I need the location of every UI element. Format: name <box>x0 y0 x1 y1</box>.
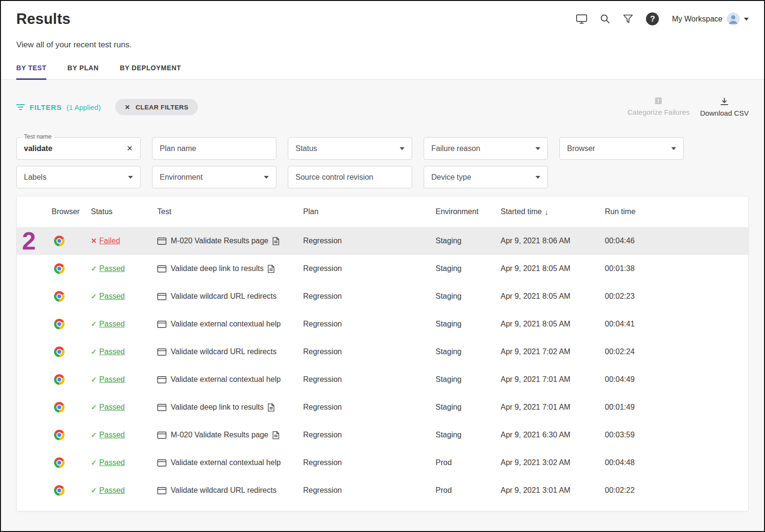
results-content: FILTERS (1 Applied) ✕ CLEAR FILTERS Cate… <box>1 80 764 531</box>
environment-cell: Staging <box>436 403 501 412</box>
browser-window-icon <box>157 321 166 328</box>
environment-filter[interactable]: Environment <box>152 166 276 188</box>
run-time-cell: 00:02:22 <box>605 486 748 495</box>
document-icon[interactable] <box>268 403 274 412</box>
column-header-status: Status <box>91 207 157 216</box>
table-row[interactable]: ✓ Passed Validate external contextual he… <box>17 310 748 338</box>
plan-cell: Regression <box>303 431 436 439</box>
test-name: Validate deep link to results <box>171 264 263 273</box>
table-row[interactable]: ✓ Passed Validate external contextual he… <box>17 449 748 477</box>
workspace-menu[interactable]: My Workspace <box>672 12 749 25</box>
device-type-filter[interactable]: Device type <box>424 166 548 188</box>
status-link[interactable]: Failed <box>99 237 120 245</box>
clear-filters-button[interactable]: ✕ CLEAR FILTERS <box>115 99 198 115</box>
close-icon: ✕ <box>125 103 131 111</box>
status-link[interactable]: Passed <box>99 403 125 412</box>
test-name: Validate external contextual help <box>171 458 281 467</box>
started-time-cell: Apr 9, 2021 7:02 AM <box>501 347 605 356</box>
chevron-down-icon <box>536 147 540 150</box>
document-icon[interactable] <box>273 431 279 439</box>
started-time-label: Started time <box>501 207 542 216</box>
download-csv-button[interactable]: Download CSV <box>700 97 749 117</box>
test-name: Validate deep link to results <box>171 403 263 412</box>
test-cell[interactable]: Validate external contextual help <box>157 458 303 467</box>
status-filter[interactable]: Status <box>288 137 412 160</box>
status-link[interactable]: Passed <box>99 292 125 301</box>
browser-cell <box>52 430 91 440</box>
browser-cell <box>52 485 91 496</box>
table-row[interactable]: ✓ Passed Validate wildcard URL redirects… <box>17 282 748 310</box>
status-cell: ✓ Passed <box>91 458 157 467</box>
avatar <box>727 12 740 25</box>
plan-name-filter[interactable]: Plan name <box>152 137 276 160</box>
test-cell[interactable]: Validate external contextual help <box>157 375 303 384</box>
column-header-environment: Environment <box>436 207 501 216</box>
categorize-failures-button[interactable]: Categorize Failures <box>627 97 689 116</box>
browser-window-icon <box>157 293 166 300</box>
status-link[interactable]: Passed <box>99 431 125 439</box>
display-icon[interactable] <box>576 14 587 24</box>
run-time-cell: 00:04:46 <box>605 237 748 245</box>
test-name: Validate wildcard URL redirects <box>171 347 276 356</box>
top-bar: Results ? My Workspace View all of your … <box>1 1 764 80</box>
table-row[interactable]: ✓ Passed Validate deep link to results R… <box>17 393 748 421</box>
plan-cell: Regression <box>303 320 436 328</box>
started-time-cell: Apr 9, 2021 7:01 AM <box>501 403 605 412</box>
browser-filter[interactable]: Browser <box>559 137 684 160</box>
status-link[interactable]: Passed <box>99 458 125 467</box>
test-cell[interactable]: Validate deep link to results <box>157 264 303 273</box>
tab-by-plan[interactable]: BY PLAN <box>67 64 98 80</box>
status-cell: ✓ Passed <box>91 375 157 384</box>
test-cell[interactable]: M-020 Validate Results page <box>157 237 303 245</box>
chrome-browser-icon <box>54 457 65 468</box>
browser-cell <box>52 457 91 468</box>
search-icon[interactable] <box>600 14 610 24</box>
test-cell[interactable]: Validate wildcard URL redirects <box>157 486 303 495</box>
help-icon[interactable]: ? <box>646 12 659 25</box>
source-control-revision-filter[interactable]: Source control revision <box>288 166 412 188</box>
run-time-cell: 00:04:41 <box>605 320 748 328</box>
table-row[interactable]: ✓ Passed Validate wildcard URL redirects… <box>17 338 748 366</box>
tab-by-deployment[interactable]: BY DEPLOYMENT <box>120 64 181 80</box>
status-link[interactable]: Passed <box>99 375 125 384</box>
source-control-revision-placeholder: Source control revision <box>295 173 373 182</box>
filters-summary[interactable]: FILTERS (1 Applied) <box>16 103 101 111</box>
table-row[interactable]: ✓ Passed M-020 Validate Results page Reg… <box>17 421 748 449</box>
table-row[interactable]: ✓ Passed Validate wildcard URL redirects… <box>17 477 748 504</box>
status-link[interactable]: Passed <box>99 486 125 495</box>
status-link[interactable]: Passed <box>99 320 125 328</box>
test-cell[interactable]: Validate wildcard URL redirects <box>157 347 303 356</box>
document-icon[interactable] <box>273 237 279 245</box>
test-cell[interactable]: Validate external contextual help <box>157 320 303 328</box>
chevron-down-icon <box>264 176 269 179</box>
test-cell[interactable]: M-020 Validate Results page <box>157 431 303 439</box>
table-row[interactable]: ✓ Passed Validate external contextual he… <box>17 366 748 393</box>
failure-reason-filter[interactable]: Failure reason <box>424 137 548 160</box>
status-link[interactable]: Passed <box>99 264 125 273</box>
chrome-browser-icon <box>54 430 65 440</box>
plan-cell: Regression <box>303 486 436 495</box>
test-name-filter[interactable]: Test name validate ✕ <box>16 137 141 160</box>
document-icon[interactable] <box>268 265 274 273</box>
table-row[interactable]: ✓ Passed Validate deep link to results R… <box>17 255 748 282</box>
column-header-started-time[interactable]: Started time ↓ <box>501 207 605 216</box>
tab-by-test[interactable]: BY TEST <box>16 64 46 80</box>
test-cell[interactable]: Validate deep link to results <box>157 403 303 412</box>
status-icon: ✓ <box>91 347 97 356</box>
test-cell[interactable]: Validate wildcard URL redirects <box>157 292 303 301</box>
run-time-cell: 00:01:38 <box>605 264 748 273</box>
labels-placeholder: Labels <box>24 173 46 182</box>
status-link[interactable]: Passed <box>99 347 125 356</box>
chevron-down-icon <box>744 18 749 21</box>
labels-filter[interactable]: Labels <box>16 166 141 188</box>
table-row[interactable]: ✕ Failed M-020 Validate Results page Reg… <box>17 227 748 255</box>
status-cell: ✓ Passed <box>91 403 157 412</box>
chevron-down-icon <box>536 176 540 179</box>
clear-test-name-icon[interactable]: ✕ <box>127 144 133 153</box>
filter-icon[interactable] <box>623 14 633 23</box>
browser-window-icon <box>157 265 166 272</box>
chrome-browser-icon <box>54 263 65 274</box>
run-time-cell: 00:02:24 <box>605 347 748 356</box>
plan-cell: Regression <box>303 264 436 273</box>
chrome-browser-icon <box>54 485 65 496</box>
